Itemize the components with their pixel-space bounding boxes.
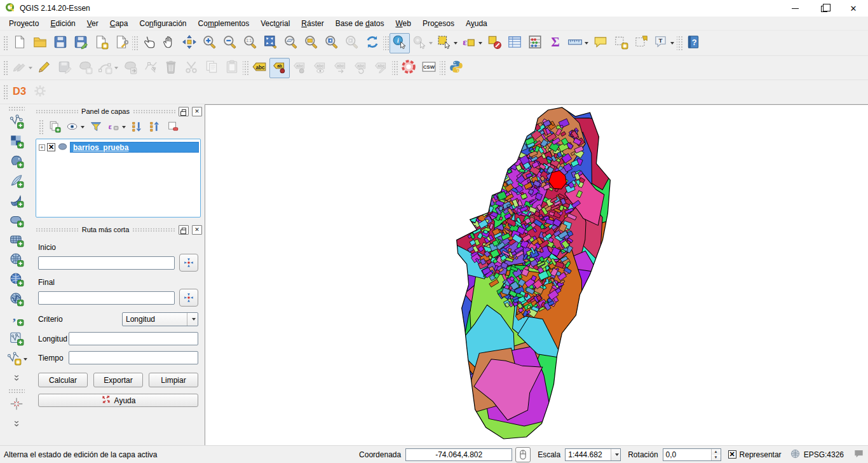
add-wcs-layer-button[interactable]	[6, 270, 27, 290]
menu-complementos[interactable]: Complementos	[193, 17, 255, 30]
restore-button[interactable]	[810, 0, 839, 17]
menu-ver[interactable]: Ver	[81, 17, 104, 30]
add-raster-layer-button[interactable]	[6, 132, 27, 152]
python-console-button[interactable]	[446, 58, 466, 78]
layer-expander[interactable]: +	[39, 144, 45, 151]
zoom-out-button[interactable]	[220, 33, 240, 53]
toolbar-grip[interactable]	[3, 35, 8, 52]
scale-combo[interactable]: 1:444.682	[565, 448, 621, 461]
add-wms-layer-button[interactable]	[6, 251, 27, 270]
add-postgis-layer-button[interactable]	[6, 152, 27, 172]
minimize-button[interactable]	[780, 0, 810, 17]
new-shapefile-layer-button[interactable]	[6, 329, 27, 349]
menu-proyecto[interactable]: Proyecto	[3, 17, 44, 30]
identify-features-button[interactable]: i	[390, 33, 410, 53]
refresh-map-button[interactable]	[362, 33, 383, 53]
mouse-position-toggle-button[interactable]	[515, 447, 531, 462]
save-project-as-button[interactable]	[71, 33, 91, 53]
pan-map-button[interactable]	[159, 33, 179, 53]
route-panel-float-button[interactable]	[179, 225, 189, 235]
add-spatialite-layer-button[interactable]	[6, 172, 27, 191]
metasearch-csw-button[interactable]: CSW	[419, 58, 439, 78]
spin-down-icon[interactable]: ▼	[712, 455, 721, 460]
messages-balloon-icon[interactable]	[853, 448, 864, 461]
longitud-input[interactable]	[69, 332, 198, 345]
map-canvas[interactable]	[205, 104, 868, 445]
open-project-button[interactable]	[30, 33, 50, 53]
menu-edici-n[interactable]: Edición	[44, 17, 81, 30]
layer-row[interactable]: + ✕ barrios_prueba	[37, 141, 199, 153]
add-oracle-layer-button[interactable]	[6, 211, 27, 231]
new-bookmark-button[interactable]	[611, 33, 631, 53]
filter-by-expression-button[interactable]: ε	[105, 119, 128, 135]
pan-to-selection-button[interactable]	[179, 33, 200, 53]
zoom-to-selection-button[interactable]	[301, 33, 322, 53]
filter-legend-button[interactable]	[88, 119, 104, 135]
tiempo-input[interactable]	[69, 351, 198, 364]
layer-visibility-checkbox[interactable]: ✕	[47, 143, 55, 151]
menu-vectorial[interactable]: Vectorial	[255, 17, 295, 30]
expand-all-button[interactable]	[129, 119, 146, 135]
limpiar-button[interactable]: Limpiar	[149, 373, 198, 387]
menu-r-ster[interactable]: Ráster	[295, 17, 329, 30]
touch-zoom-button[interactable]	[139, 33, 159, 53]
new-layer-button[interactable]	[4, 349, 29, 369]
close-button[interactable]: ✕	[839, 0, 868, 17]
capture-end-point-button[interactable]	[179, 289, 198, 307]
new-print-composer-button[interactable]	[91, 33, 111, 53]
menu-web[interactable]: Web	[390, 17, 416, 30]
toolbar-overflow-2-button[interactable]	[6, 415, 27, 434]
measure-button[interactable]	[566, 33, 590, 53]
layer-name[interactable]: barrios_prueba	[70, 142, 199, 153]
show-bookmarks-button[interactable]	[631, 33, 651, 53]
add-vector-layer-button[interactable]	[6, 113, 27, 132]
zoom-full-button[interactable]	[261, 33, 281, 53]
layer-labeling-options-button[interactable]: abc	[249, 58, 269, 78]
final-input[interactable]	[38, 291, 175, 305]
layers-panel-close-button[interactable]: ✕	[192, 107, 202, 116]
zoom-to-layer-button[interactable]	[281, 33, 301, 53]
add-db2-layer-button[interactable]	[6, 231, 27, 251]
field-calculator-button[interactable]	[525, 33, 545, 53]
add-wfs-layer-button[interactable]	[6, 290, 27, 310]
toggle-editing-button[interactable]	[34, 58, 55, 78]
spin-up-icon[interactable]: ▲	[712, 449, 721, 455]
select-by-expression-button[interactable]: ε	[459, 33, 484, 53]
d3-plugin-button[interactable]: D3	[10, 82, 30, 102]
manage-layer-visibility-button[interactable]	[64, 119, 86, 135]
select-features-button[interactable]	[435, 33, 459, 53]
toolbar-grip[interactable]	[8, 106, 25, 111]
layers-tree[interactable]: + ✕ barrios_prueba	[36, 139, 201, 218]
new-project-button[interactable]	[10, 33, 30, 53]
map-tips-button[interactable]	[590, 33, 611, 53]
calcular-button[interactable]: Calcular	[38, 373, 88, 387]
representar-checkbox[interactable]: ✕	[728, 450, 736, 459]
deselect-all-button[interactable]	[484, 33, 505, 53]
collapse-all-button[interactable]	[147, 119, 163, 135]
add-delimited-text-layer-button[interactable]: ,	[6, 310, 27, 329]
zoom-native-button[interactable]: 1:1	[240, 33, 261, 53]
menu-base-de-datos[interactable]: Base de datos	[330, 17, 390, 30]
crs-globe-icon[interactable]	[790, 448, 801, 461]
open-attribute-table-button[interactable]	[505, 33, 525, 53]
toolbar-grip[interactable]	[3, 60, 8, 76]
menu-capa[interactable]: Capa	[104, 17, 134, 30]
toolbar-overflow-button[interactable]	[6, 369, 27, 389]
pin-labels-button[interactable]: ab	[269, 58, 290, 78]
coordinate-capture-button[interactable]	[6, 395, 27, 415]
layers-panel-float-button[interactable]	[179, 107, 189, 116]
zoom-in-button[interactable]	[200, 33, 220, 53]
capture-start-point-button[interactable]	[179, 254, 198, 272]
menu-configuraci-n[interactable]: Configuración	[133, 17, 192, 30]
toolbar-grip[interactable]	[3, 84, 8, 100]
criterio-select[interactable]: Longitud	[122, 312, 198, 326]
save-project-button[interactable]	[50, 33, 71, 53]
add-mssql-layer-button[interactable]	[6, 191, 27, 211]
text-annotation-button[interactable]: T	[651, 33, 676, 53]
exportar-button[interactable]: Exportar	[93, 373, 143, 387]
ayuda-button[interactable]: Ayuda	[38, 394, 198, 407]
menu-procesos[interactable]: Procesos	[417, 17, 460, 30]
coordinate-input[interactable]	[405, 448, 512, 461]
zoom-last-button[interactable]	[322, 33, 342, 53]
route-panel-close-button[interactable]: ✕	[192, 225, 202, 235]
